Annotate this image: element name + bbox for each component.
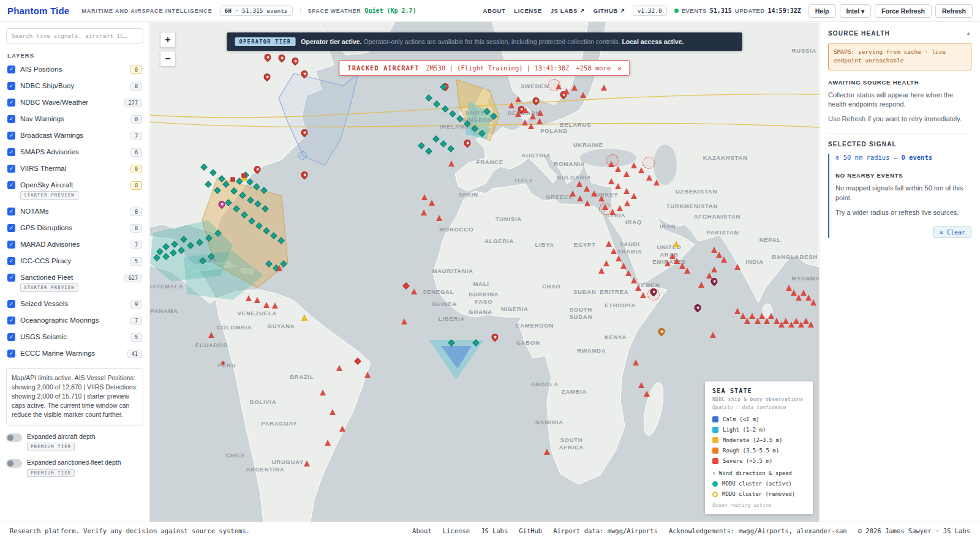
map-marker-tri[interactable] <box>272 302 278 309</box>
map-marker-tri[interactable] <box>710 332 716 338</box>
map-marker-pin[interactable] <box>262 72 272 81</box>
map-marker-clu[interactable] <box>647 288 660 301</box>
map-marker-tri[interactable] <box>631 193 637 199</box>
map-marker-tri[interactable] <box>684 268 690 274</box>
checkbox-checked-icon[interactable]: ✓ <box>7 82 15 90</box>
map-marker-tri[interactable] <box>606 241 612 247</box>
clear-selection-button[interactable]: ✕ Clear <box>933 227 971 238</box>
map-marker-tri[interactable] <box>615 183 621 189</box>
map-marker-tri[interactable] <box>591 190 597 197</box>
nav-link-github[interactable]: GITHUB ↗ <box>594 7 625 14</box>
map-marker-dia[interactable] <box>247 197 254 204</box>
map-marker-tri[interactable] <box>698 282 704 288</box>
map-marker-dia[interactable] <box>239 192 246 198</box>
map-marker-tri[interactable] <box>263 302 270 308</box>
map-marker-dia[interactable] <box>260 187 267 193</box>
map-marker-dia[interactable] <box>215 230 222 236</box>
map-marker-tri[interactable] <box>635 285 641 291</box>
map-marker-pin-d[interactable] <box>693 302 703 312</box>
map-marker-clu[interactable] <box>599 203 611 215</box>
map-marker-tri[interactable] <box>339 425 345 432</box>
toggle-row-expanded-aircraft-depth[interactable]: Expanded aircraft depthPREMIUM TIER <box>6 433 143 451</box>
zoom-out-button[interactable]: − <box>160 51 176 67</box>
map-marker-tri[interactable] <box>601 84 607 91</box>
map-marker-tri[interactable] <box>598 268 605 274</box>
map-marker-tri[interactable] <box>254 297 260 303</box>
map-marker-tri[interactable] <box>522 107 529 113</box>
map-marker-dia[interactable] <box>426 94 432 101</box>
map-marker-dia[interactable] <box>172 241 178 247</box>
map-marker-dia[interactable] <box>418 143 425 149</box>
layer-row-usgs-seismic[interactable]: ✓USGS Seismic5 <box>6 329 143 345</box>
map-marker-tri[interactable] <box>665 260 671 266</box>
collapse-icon[interactable]: ▲ <box>966 31 971 36</box>
map-marker-dia[interactable] <box>225 200 232 206</box>
checkbox-checked-icon[interactable]: ✓ <box>7 115 15 123</box>
map-marker-dia[interactable] <box>205 235 212 242</box>
layer-row-smaps-advisories[interactable]: ✓SMAPS Advisories6 <box>6 144 143 160</box>
map-marker-tri[interactable] <box>576 181 582 187</box>
map-marker-tri[interactable] <box>706 272 712 279</box>
map-marker-dia[interactable] <box>456 116 463 122</box>
map-marker-dia[interactable] <box>266 260 273 267</box>
map-marker-dia[interactable] <box>208 253 215 260</box>
layer-row-eccc-marine-warnings[interactable]: ✓ECCC Marine Warnings41 <box>6 345 143 362</box>
map-marker-pin[interactable] <box>462 138 472 148</box>
map-marker-dia[interactable] <box>180 236 187 242</box>
footer-link-license[interactable]: License <box>443 527 470 534</box>
map-marker-pin[interactable] <box>277 53 287 62</box>
map-marker-tri[interactable] <box>584 186 590 192</box>
checkbox-checked-icon[interactable]: ✓ <box>7 241 15 249</box>
map-marker-tri[interactable] <box>571 84 578 91</box>
checkbox-checked-icon[interactable]: ✓ <box>7 99 15 107</box>
map-marker-tri[interactable] <box>522 119 528 126</box>
map-marker-tri[interactable] <box>528 123 534 129</box>
checkbox-checked-icon[interactable]: ✓ <box>7 66 15 73</box>
map-marker-star[interactable]: ★ <box>220 359 227 367</box>
map-marker-tri[interactable] <box>436 215 442 221</box>
map-marker-tri[interactable] <box>810 299 816 305</box>
map-marker-dia[interactable] <box>218 176 225 182</box>
map-marker-tri[interactable] <box>808 321 814 328</box>
map-marker-tri[interactable] <box>633 359 639 365</box>
map-marker-dia[interactable] <box>163 244 170 250</box>
layer-row-seized-vessels[interactable]: ✓Seized Vessels9 <box>6 296 143 312</box>
map-marker-dia[interactable] <box>478 130 485 137</box>
map-marker-dia[interactable] <box>201 163 208 170</box>
nav-link-js-labs[interactable]: JS LABS ↗ <box>551 7 585 14</box>
checkbox-checked-icon[interactable]: ✓ <box>7 224 15 232</box>
map-marker-tri[interactable] <box>429 200 435 206</box>
map-marker-dia[interactable] <box>484 108 491 114</box>
map-marker-dia[interactable] <box>205 181 211 188</box>
map-marker-dia[interactable] <box>442 105 448 112</box>
map-marker-tri[interactable] <box>246 295 252 301</box>
toggle-switch[interactable] <box>6 433 22 442</box>
map-marker-tri[interactable] <box>515 111 521 117</box>
checkbox-checked-icon[interactable]: ✓ <box>7 208 15 216</box>
map-marker-dia-r[interactable] <box>354 358 361 364</box>
map-marker-pin[interactable] <box>252 164 262 174</box>
map-marker-tri[interactable] <box>401 318 407 324</box>
map-canvas[interactable]: SWEDENRUSSIAUNITED KINGDOMIRELANDDENMARK… <box>150 22 819 522</box>
footer-link-2026-james-sawyer-js-labs[interactable]: © 2026 James Sawyer · JS Labs <box>858 527 970 534</box>
map-marker-dia[interactable] <box>214 187 221 193</box>
checkbox-checked-icon[interactable]: ✓ <box>7 317 15 324</box>
map-marker-tri[interactable] <box>325 440 331 446</box>
map-marker-tri[interactable] <box>638 382 644 388</box>
map-marker-dia[interactable] <box>248 217 255 224</box>
header-button-help[interactable]: Help <box>809 4 836 18</box>
map-marker-tri[interactable] <box>304 460 310 467</box>
map-marker-tri[interactable] <box>711 266 717 272</box>
map-marker-tri[interactable] <box>721 257 727 263</box>
checkbox-checked-icon[interactable]: ✓ <box>7 300 15 308</box>
checkbox-checked-icon[interactable]: ✓ <box>7 274 15 282</box>
map-marker-dia[interactable] <box>255 222 262 229</box>
map-marker-tri[interactable] <box>208 332 214 338</box>
map-marker-dia[interactable] <box>157 249 164 255</box>
toggle-row-expanded-sanctioned-fleet-depth[interactable]: Expanded sanctioned-fleet depthPREMIUM T… <box>6 459 143 477</box>
map-marker-tri[interactable] <box>611 248 617 254</box>
layer-row-nav-warnings[interactable]: ✓Nav Warnings0 <box>6 111 143 127</box>
layer-row-opensky-aircraft[interactable]: ✓OpenSky AircraftSTARTER PREVIEW0 <box>6 177 143 203</box>
map-marker-pin-o[interactable] <box>657 327 667 337</box>
footer-link-about[interactable]: About <box>412 527 432 534</box>
